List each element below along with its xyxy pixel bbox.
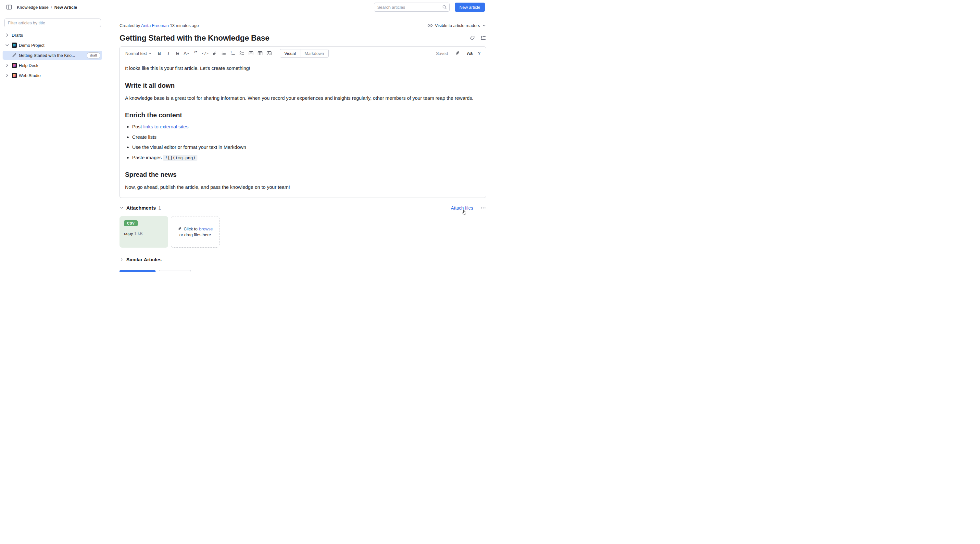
code-block-button[interactable]	[247, 49, 255, 57]
search-articles-box	[374, 3, 450, 12]
tag-icon[interactable]	[469, 35, 475, 41]
dropzone-prefix: Click to	[184, 227, 198, 231]
toc-icon[interactable]	[480, 35, 486, 41]
attachments-cards: CSV copy1 kB Click to browse or drag fil…	[119, 216, 486, 247]
sidebar-item-drafts[interactable]: Drafts	[3, 30, 102, 40]
strikethrough-button[interactable]: S	[173, 49, 181, 57]
help-icon[interactable]: ?	[478, 51, 480, 56]
more-options-icon[interactable]	[480, 205, 486, 211]
editor-content[interactable]: It looks like this is your first article…	[120, 59, 486, 198]
attachment-file-card[interactable]: CSV copy1 kB	[119, 216, 168, 247]
visibility-label: Visible to article readers	[435, 23, 480, 28]
sidebar-item-web-studio[interactable]: Web Studio	[3, 71, 102, 80]
visibility-dropdown[interactable]: Visible to article readers	[427, 23, 487, 28]
article-meta-row: Created by Anita Freeman 13 minutes ago …	[119, 23, 486, 28]
web-studio-avatar	[12, 73, 17, 78]
web-studio-label: Web Studio	[19, 73, 41, 78]
svg-text:2: 2	[231, 53, 232, 56]
svg-text:1: 1	[231, 51, 232, 53]
new-article-button[interactable]: New article	[455, 3, 485, 12]
author-link[interactable]: Anita Freeman	[141, 23, 169, 28]
list-item: Post links to external sites	[132, 123, 480, 131]
text-color-button[interactable]: A	[182, 49, 191, 57]
file-size: 1 kB	[134, 231, 143, 236]
demo-project-label: Demo Project	[19, 43, 45, 48]
file-dropzone[interactable]: Click to browse or drag files here	[171, 216, 220, 247]
chevron-down-icon[interactable]	[119, 206, 124, 210]
sidebar-item-help-desk[interactable]: Help Desk	[3, 61, 102, 70]
link-button[interactable]	[210, 49, 219, 57]
inline-code-snippet: ![](img.png)	[163, 155, 197, 161]
paragraph-write: A knowledge base is a great tool for sha…	[125, 94, 480, 102]
attach-files-link[interactable]: Attach files	[451, 206, 473, 211]
filter-articles-input[interactable]	[4, 19, 101, 27]
toolbar-right: Saved Aa ?	[436, 49, 482, 57]
article-editor: Normal text B I S A ” </>	[119, 46, 486, 198]
image-button[interactable]	[265, 49, 274, 57]
file-type-badge: CSV	[124, 220, 138, 226]
created-by-line: Created by Anita Freeman 13 minutes ago	[119, 23, 199, 28]
heading-spread-the-news: Spread the news	[125, 170, 480, 179]
list-item: Paste images ![](img.png)	[132, 154, 480, 161]
sidebar: Drafts Demo Project Getting Started with…	[0, 14, 105, 272]
body-row: Drafts Demo Project Getting Started with…	[0, 14, 490, 272]
chevron-right-icon[interactable]	[5, 32, 10, 38]
dropzone-line-1: Click to browse	[178, 227, 213, 231]
topbar-left: Knowledge Base / New Article	[5, 3, 77, 11]
bullet-paste-prefix: Paste images	[132, 155, 163, 160]
appearance-button[interactable]: Aa	[467, 51, 473, 56]
chevron-right-icon[interactable]	[5, 73, 10, 78]
article-title-row: Getting Started with the Knowledge Base	[119, 34, 486, 43]
sidebar-toggle-icon[interactable]	[5, 3, 13, 11]
chevron-right-icon[interactable]	[5, 63, 10, 68]
bullet-list-button[interactable]	[220, 49, 228, 57]
article-tree: Drafts Demo Project Getting Started with…	[0, 30, 105, 80]
heading-enrich-the-content: Enrich the content	[125, 110, 480, 120]
created-by-prefix: Created by	[119, 23, 141, 28]
drafts-label: Drafts	[12, 33, 23, 38]
breadcrumb-separator: /	[51, 5, 52, 10]
paragraph-spread: Now, go ahead, publish the article, and …	[125, 183, 480, 191]
attachments-title: Attachments	[126, 205, 156, 211]
table-button[interactable]	[256, 49, 264, 57]
paragraph-style-dropdown[interactable]: Normal text	[123, 49, 154, 57]
numbered-list-button[interactable]: 12	[229, 49, 237, 57]
attachments-count: 1	[159, 206, 161, 211]
bullet-post-prefix: Post	[132, 124, 143, 129]
browse-link[interactable]: browse	[199, 227, 213, 231]
external-sites-link[interactable]: links to external sites	[143, 124, 188, 129]
editor-toolbar: Normal text B I S A ” </>	[120, 47, 486, 59]
list-item: Use the visual editor or format your tex…	[132, 144, 480, 151]
draft-badge: draft	[87, 52, 100, 59]
intro-paragraph: It looks like this is your first article…	[125, 65, 480, 72]
bold-button[interactable]: B	[155, 49, 163, 57]
top-bar: Knowledge Base / New Article New article	[0, 0, 490, 14]
task-list-button[interactable]	[238, 49, 246, 57]
search-articles-input[interactable]	[374, 3, 450, 12]
publish-article-button[interactable]: Publish article	[119, 270, 156, 272]
delete-draft-button[interactable]: Delete draft	[159, 270, 191, 272]
tab-visual[interactable]: Visual	[280, 49, 301, 57]
similar-articles-toggle[interactable]: Similar Articles	[119, 257, 486, 262]
file-meta: copy1 kB	[124, 231, 164, 236]
breadcrumb-new-article: New Article	[54, 5, 77, 10]
breadcrumb-knowledge-base[interactable]: Knowledge Base	[17, 5, 49, 10]
list-item: Create lists	[132, 134, 480, 141]
draft-pencil-icon	[12, 53, 17, 58]
knowledge-base-app: Knowledge Base / New Article New article	[0, 0, 490, 272]
paperclip-icon	[178, 227, 182, 231]
sidebar-item-demo-project[interactable]: Demo Project	[3, 41, 102, 50]
created-ago: 13 minutes ago	[169, 23, 199, 28]
help-desk-label: Help Desk	[19, 63, 38, 68]
footer-actions: Publish article Delete draft	[119, 270, 486, 272]
search-icon	[442, 5, 447, 10]
attach-paperclip-icon[interactable]	[453, 49, 462, 57]
tab-markdown[interactable]: Markdown	[301, 49, 328, 57]
quote-button[interactable]: ”	[192, 51, 200, 56]
sidebar-item-getting-started-draft[interactable]: Getting Started with the Kno... draft	[3, 51, 102, 60]
attachments-actions: Attach files	[451, 205, 486, 211]
inline-code-button[interactable]: </>	[200, 49, 210, 57]
article-item-label: Getting Started with the Kno...	[19, 53, 85, 58]
chevron-down-icon[interactable]	[5, 43, 10, 48]
italic-button[interactable]: I	[164, 49, 172, 57]
